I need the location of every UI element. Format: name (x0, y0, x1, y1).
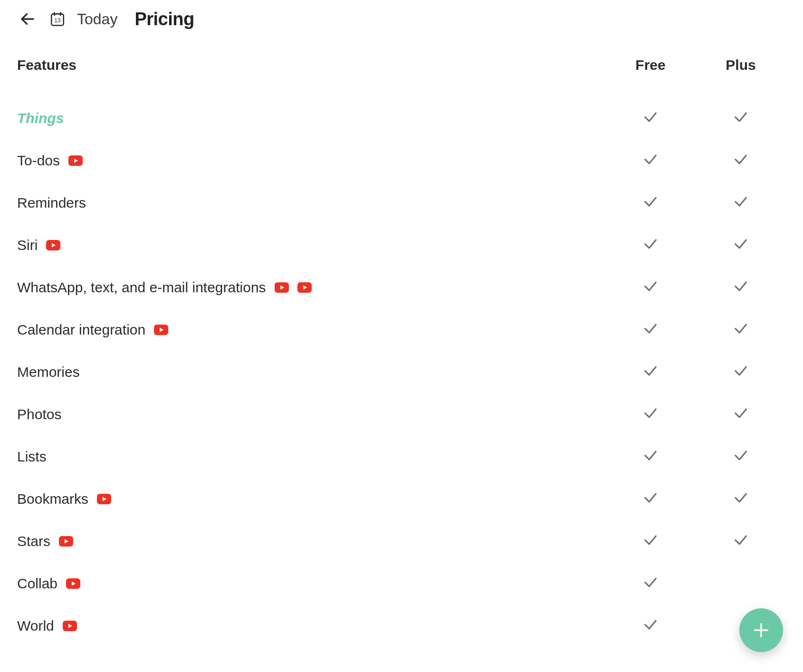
check-icon (642, 616, 659, 632)
check-icon (642, 278, 659, 294)
youtube-icon[interactable] (59, 536, 73, 547)
free-cell (605, 266, 696, 308)
check-icon (642, 404, 659, 421)
check-icon (733, 489, 749, 505)
plus-cell (696, 435, 786, 478)
check-icon (733, 108, 749, 125)
check-icon (642, 235, 659, 251)
calendar-icon: 13 (49, 11, 66, 27)
feature-label: Things (17, 110, 64, 126)
table-row: Photos (17, 393, 786, 435)
free-cell (605, 139, 696, 182)
feature-cell: Reminders (17, 182, 605, 224)
back-button[interactable] (17, 9, 38, 29)
plus-cell (696, 478, 786, 520)
feature-label: Lists (17, 449, 47, 465)
youtube-icon[interactable] (97, 494, 111, 504)
table-row: Things (17, 97, 786, 139)
plus-cell (696, 266, 786, 308)
feature-label: Calendar integration (17, 322, 145, 338)
table-row: Siri (17, 224, 786, 266)
column-header-plus: Plus (696, 48, 786, 97)
feature-cell: Stars (17, 520, 605, 562)
plus-cell (696, 520, 786, 562)
feature-label: Siri (17, 237, 38, 253)
free-cell (605, 308, 696, 351)
arrow-left-icon (19, 10, 36, 28)
table-row: Reminders (17, 182, 786, 224)
check-icon (642, 320, 659, 336)
check-icon (733, 447, 749, 463)
check-icon (733, 362, 749, 378)
plus-cell (696, 393, 786, 435)
check-icon (642, 574, 659, 590)
free-cell (605, 562, 696, 605)
free-cell (605, 478, 696, 520)
youtube-icon[interactable] (275, 282, 289, 293)
today-label[interactable]: Today (77, 10, 117, 28)
plus-cell (696, 562, 786, 605)
feature-label: Stars (17, 533, 50, 549)
check-icon (733, 404, 749, 421)
check-icon (642, 531, 659, 547)
top-bar: 13 Today Pricing (0, 0, 803, 43)
svg-text:13: 13 (54, 17, 61, 24)
free-cell (605, 393, 696, 435)
check-icon (733, 278, 749, 294)
feature-label: Photos (17, 406, 61, 422)
check-icon (642, 362, 659, 378)
table-row: Collab (17, 562, 786, 605)
feature-cell: WhatsApp, text, and e-mail integrations (17, 266, 605, 308)
check-icon (733, 193, 749, 209)
table-row: Lists (17, 435, 786, 478)
pricing-table-wrap: Features Free Plus ThingsTo-dosReminders… (0, 43, 803, 647)
free-cell (605, 97, 696, 139)
table-row: To-dos (17, 139, 786, 182)
add-button[interactable] (739, 608, 783, 652)
calendar-button[interactable]: 13 (48, 10, 67, 28)
check-icon (642, 489, 659, 505)
youtube-icon[interactable] (66, 578, 80, 589)
check-icon (642, 193, 659, 209)
check-icon (642, 151, 659, 167)
free-cell (605, 182, 696, 224)
check-icon (733, 320, 749, 336)
feature-label: World (17, 618, 54, 634)
youtube-icon[interactable] (154, 325, 168, 335)
feature-label: Memories (17, 364, 80, 380)
youtube-icon[interactable] (46, 240, 60, 250)
table-row: Stars (17, 520, 786, 562)
feature-cell: Photos (17, 393, 605, 435)
plus-cell (696, 182, 786, 224)
check-icon (642, 447, 659, 463)
youtube-icon[interactable] (63, 621, 77, 631)
page-title: Pricing (134, 9, 194, 29)
feature-cell: Calendar integration (17, 308, 605, 351)
check-icon (733, 151, 749, 167)
feature-cell: Memories (17, 351, 605, 393)
table-row: WhatsApp, text, and e-mail integrations (17, 266, 786, 308)
plus-cell (696, 97, 786, 139)
youtube-icon[interactable] (297, 282, 312, 293)
plus-cell (696, 224, 786, 266)
feature-cell: Siri (17, 224, 605, 266)
plus-cell (696, 308, 786, 351)
feature-cell: Collab (17, 562, 605, 605)
free-cell (605, 605, 696, 647)
feature-label: Bookmarks (17, 491, 88, 507)
youtube-icon[interactable] (68, 155, 83, 166)
pricing-table: Features Free Plus ThingsTo-dosReminders… (17, 48, 786, 647)
table-row: Bookmarks (17, 478, 786, 520)
column-header-features: Features (17, 48, 605, 97)
feature-label: To-dos (17, 153, 60, 169)
check-icon (642, 108, 659, 125)
feature-cell: Lists (17, 435, 605, 478)
table-row: Memories (17, 351, 786, 393)
check-icon (733, 235, 749, 251)
table-row: World (17, 605, 786, 647)
plus-cell (696, 139, 786, 182)
feature-cell: World (17, 605, 605, 647)
feature-label: WhatsApp, text, and e-mail integrations (17, 279, 266, 296)
free-cell (605, 520, 696, 562)
column-header-free: Free (605, 48, 696, 97)
